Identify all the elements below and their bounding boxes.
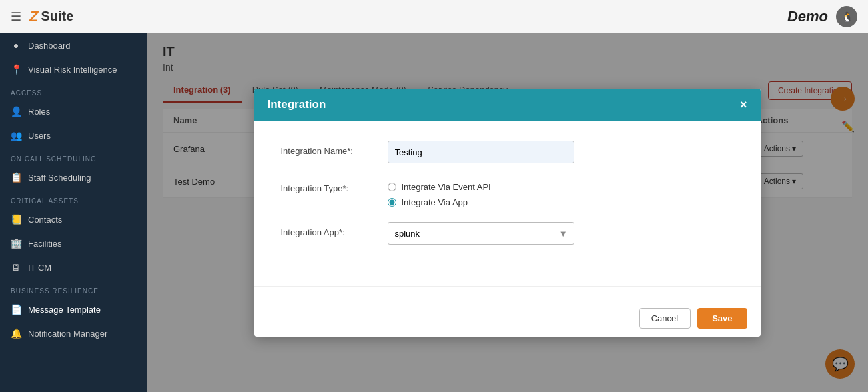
sidebar-item-facilities[interactable]: 🏢 Facilities bbox=[0, 231, 147, 255]
sidebar-item-staff-scheduling[interactable]: 📋 Staff Scheduling bbox=[0, 165, 147, 189]
avatar[interactable]: 🐧 bbox=[836, 6, 857, 27]
radio-via-app[interactable]: Integrate Via App bbox=[388, 197, 491, 207]
radio-event-api-label: Integrate Via Event API bbox=[402, 182, 491, 192]
itcm-icon: 🖥 bbox=[11, 262, 21, 273]
content-area: IT Int Integration (3) Rule Set (0) Main… bbox=[147, 33, 868, 392]
top-bar-left: ☰ Z Suite bbox=[11, 8, 73, 25]
section-access: ACCESS bbox=[0, 81, 147, 99]
cancel-button[interactable]: Cancel bbox=[639, 308, 691, 329]
modal-overlay: Integration × Integration Name*: Integra… bbox=[147, 33, 868, 392]
top-bar: ☰ Z Suite Demo 🐧 bbox=[0, 0, 868, 33]
integration-app-select-wrapper: splunk grafana pagerduty ▼ bbox=[388, 222, 574, 245]
section-business-resilience: BUSINESS RESILIENCE bbox=[0, 279, 147, 297]
sidebar-item-it-cm[interactable]: 🖥 IT CM bbox=[0, 255, 147, 279]
section-on-call: ON CALL SCHEDULING bbox=[0, 147, 147, 165]
sidebar-item-dashboard[interactable]: ● Dashboard bbox=[0, 33, 147, 57]
logo: Z Suite bbox=[29, 8, 73, 25]
top-bar-right: Demo 🐧 bbox=[787, 6, 857, 27]
modal-footer: Cancel Save bbox=[254, 300, 761, 337]
contacts-icon: 📒 bbox=[11, 214, 21, 225]
close-icon[interactable]: × bbox=[740, 99, 747, 111]
logo-z: Z bbox=[29, 8, 38, 25]
radio-via-app-input[interactable] bbox=[388, 198, 396, 207]
sidebar-item-visual-risk[interactable]: 📍 Visual Risk Intelligence bbox=[0, 57, 147, 81]
dashboard-icon: ● bbox=[11, 40, 21, 51]
roles-icon: 👤 bbox=[11, 106, 21, 117]
radio-event-api-input[interactable] bbox=[388, 183, 396, 191]
modal-divider bbox=[254, 286, 761, 287]
integration-app-row: Integration App*: splunk grafana pagerdu… bbox=[281, 222, 734, 245]
modal-title: Integration bbox=[268, 98, 326, 111]
staff-icon: 📋 bbox=[11, 172, 21, 183]
sidebar-label-dashboard: Dashboard bbox=[28, 41, 71, 51]
sidebar-item-message-template[interactable]: 📄 Message Template bbox=[0, 297, 147, 321]
integration-app-label: Integration App*: bbox=[281, 222, 388, 237]
users-icon: 👥 bbox=[11, 130, 21, 141]
sidebar-label-message-template: Message Template bbox=[28, 305, 101, 315]
modal-header: Integration × bbox=[254, 89, 761, 121]
integration-type-label: Integration Type*: bbox=[281, 178, 388, 193]
sidebar: ● Dashboard 📍 Visual Risk Intelligence A… bbox=[0, 33, 147, 392]
hamburger-icon[interactable]: ☰ bbox=[11, 9, 21, 24]
integration-name-label: Integration Name*: bbox=[281, 141, 388, 156]
sidebar-label-users: Users bbox=[28, 131, 51, 141]
sidebar-label-visual-risk: Visual Risk Intelligence bbox=[28, 65, 117, 75]
radio-event-api[interactable]: Integrate Via Event API bbox=[388, 182, 491, 192]
sidebar-label-staff: Staff Scheduling bbox=[28, 173, 91, 183]
sidebar-label-contacts: Contacts bbox=[28, 215, 62, 225]
sidebar-item-contacts[interactable]: 📒 Contacts bbox=[0, 207, 147, 231]
radio-group: Integrate Via Event API Integrate Via Ap… bbox=[388, 178, 491, 207]
logo-suite: Suite bbox=[41, 9, 73, 24]
integration-app-select[interactable]: splunk grafana pagerduty bbox=[388, 222, 574, 245]
sidebar-item-users[interactable]: 👥 Users bbox=[0, 123, 147, 147]
section-critical-assets: CRITICAL ASSETS bbox=[0, 189, 147, 207]
notification-icon: 🔔 bbox=[11, 328, 21, 339]
demo-label: Demo bbox=[787, 8, 828, 25]
sidebar-label-notification: Notification Manager bbox=[28, 329, 107, 339]
sidebar-label-roles: Roles bbox=[28, 107, 50, 117]
integration-type-row: Integration Type*: Integrate Via Event A… bbox=[281, 178, 734, 207]
location-icon: 📍 bbox=[11, 64, 21, 75]
sidebar-label-facilities: Facilities bbox=[28, 239, 62, 249]
modal-body: Integration Name*: Integration Type*: In… bbox=[254, 121, 761, 279]
sidebar-item-notification-manager[interactable]: 🔔 Notification Manager bbox=[0, 321, 147, 345]
sidebar-item-roles[interactable]: 👤 Roles bbox=[0, 99, 147, 123]
integration-name-input[interactable] bbox=[388, 141, 574, 163]
message-template-icon: 📄 bbox=[11, 304, 21, 315]
save-button[interactable]: Save bbox=[697, 308, 747, 329]
integration-modal: Integration × Integration Name*: Integra… bbox=[254, 89, 761, 337]
integration-name-row: Integration Name*: bbox=[281, 141, 734, 163]
sidebar-label-itcm: IT CM bbox=[28, 263, 51, 273]
facilities-icon: 🏢 bbox=[11, 238, 21, 249]
radio-via-app-label: Integrate Via App bbox=[402, 197, 468, 207]
